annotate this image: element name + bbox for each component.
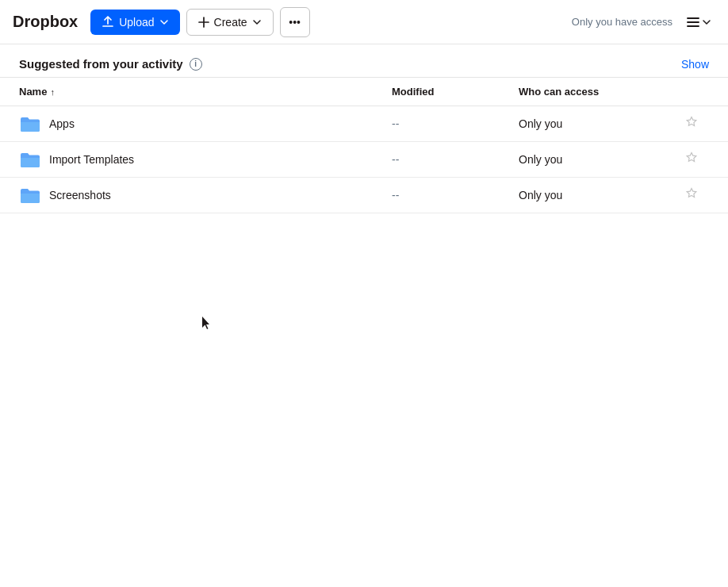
file-modified: -- xyxy=(392,189,519,201)
star-icon xyxy=(685,116,698,129)
file-access: Only you xyxy=(519,189,677,201)
hamburger-menu-button[interactable] xyxy=(682,11,715,33)
create-chevron-icon xyxy=(252,17,262,27)
suggested-header: Suggested from your activity i Show xyxy=(19,57,709,71)
upload-chevron-icon xyxy=(159,17,169,27)
file-rows-container: Apps -- Only you Import Templates -- xyxy=(0,106,728,213)
file-modified: -- xyxy=(392,117,519,130)
hamburger-icon xyxy=(685,14,701,30)
star-icon xyxy=(685,187,698,200)
folder-icon xyxy=(19,186,41,205)
file-list-header: Name ↑ Modified Who can access xyxy=(0,78,728,106)
table-row[interactable]: Apps -- Only you xyxy=(0,106,728,142)
app-title: Dropbox xyxy=(13,13,78,31)
sort-arrow: ↑ xyxy=(50,87,55,97)
file-name-cell: Import Templates xyxy=(19,150,392,169)
file-access: Only you xyxy=(519,117,677,130)
file-modified: -- xyxy=(392,153,519,166)
col-header-access: Who can access xyxy=(519,86,677,98)
file-name: Screenshots xyxy=(49,189,111,201)
plus-icon xyxy=(198,17,209,28)
file-name: Apps xyxy=(49,117,75,130)
suggested-title-row: Suggested from your activity i xyxy=(19,57,202,71)
suggested-section: Suggested from your activity i Show xyxy=(0,44,728,78)
toolbar-actions: Upload Create ••• xyxy=(90,7,309,37)
menu-chevron-icon xyxy=(701,17,712,28)
more-options-button[interactable]: ••• xyxy=(280,7,310,37)
folder-icon xyxy=(19,150,41,169)
file-name-cell: Screenshots xyxy=(19,186,392,205)
file-name-cell: Apps xyxy=(19,114,392,133)
top-bar: Dropbox Upload Create xyxy=(0,0,728,44)
file-name: Import Templates xyxy=(49,153,134,166)
show-link[interactable]: Show xyxy=(681,58,709,71)
create-button[interactable]: Create xyxy=(186,9,274,36)
folder-icon xyxy=(19,114,41,133)
star-cell xyxy=(677,186,709,205)
col-header-modified: Modified xyxy=(392,86,519,98)
suggested-title: Suggested from your activity xyxy=(19,57,183,71)
star-cell xyxy=(677,150,709,169)
cursor-icon xyxy=(202,317,212,331)
table-row[interactable]: Screenshots -- Only you xyxy=(0,178,728,213)
star-icon xyxy=(685,152,698,164)
cursor-area xyxy=(0,213,728,451)
col-header-name[interactable]: Name ↑ xyxy=(19,86,392,98)
top-bar-left: Dropbox Upload Create xyxy=(13,7,310,37)
top-bar-right: Only you have access xyxy=(572,11,715,33)
star-cell xyxy=(677,114,709,133)
info-icon[interactable]: i xyxy=(190,58,202,71)
star-button[interactable] xyxy=(684,150,699,169)
star-button[interactable] xyxy=(684,114,699,133)
star-button[interactable] xyxy=(684,186,699,205)
file-access: Only you xyxy=(519,153,677,166)
file-list: Name ↑ Modified Who can access Apps -- O… xyxy=(0,78,728,213)
upload-icon xyxy=(102,16,114,29)
table-row[interactable]: Import Templates -- Only you xyxy=(0,142,728,178)
access-label: Only you have access xyxy=(572,16,672,28)
upload-button[interactable]: Upload xyxy=(90,10,179,35)
